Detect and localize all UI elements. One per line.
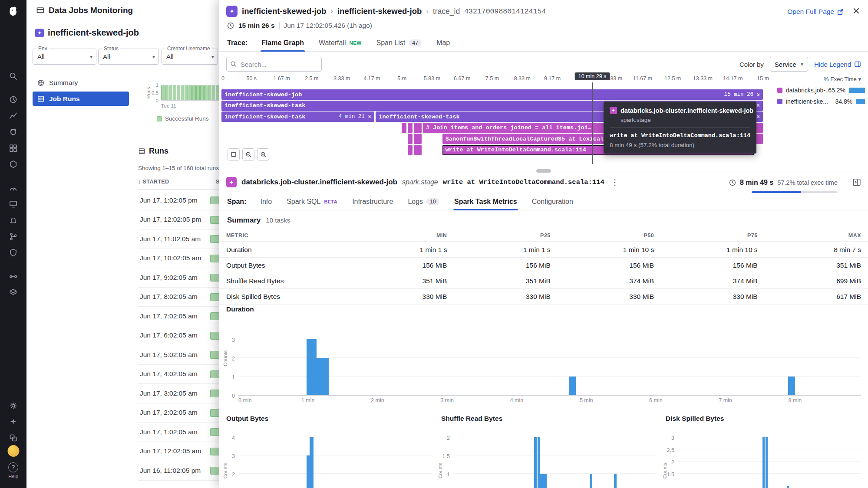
column-header[interactable]: P25 — [447, 233, 550, 239]
zoom-reset-button[interactable] — [228, 148, 240, 160]
x-axis-tick: 4 min — [510, 397, 524, 403]
metrics-icon[interactable] — [6, 108, 21, 123]
hide-legend-button[interactable]: Hide Legend — [814, 61, 861, 68]
column-header[interactable]: MIN — [343, 233, 447, 239]
column-header[interactable]: P50 — [551, 233, 654, 239]
histogram-bar[interactable] — [534, 437, 537, 488]
service-management-icon[interactable] — [6, 213, 21, 227]
dashboards-icon[interactable] — [6, 141, 21, 155]
flame-span[interactable] — [408, 123, 413, 133]
run-started: Jun 17, 5:02:05 am — [138, 351, 198, 359]
copilot-icon[interactable] — [6, 414, 21, 429]
recent-activity-icon[interactable] — [6, 92, 21, 107]
watchdog-icon[interactable] — [6, 124, 21, 139]
metric-value: 156 MiB — [343, 262, 447, 269]
external-link-icon — [837, 9, 844, 15]
gridline — [453, 437, 655, 437]
legend-panel-icon — [854, 61, 861, 68]
tab-span-list[interactable]: Span List47 — [376, 36, 423, 51]
metric-value: 330 MiB — [654, 293, 757, 301]
resize-handle[interactable] — [536, 169, 551, 173]
job-nav: Summary Job Runs — [33, 75, 129, 108]
env-filter[interactable]: Env All ▾ — [33, 49, 96, 65]
histogram-bar[interactable] — [787, 486, 789, 488]
run-started: Jun 17, 10:02:05 am — [138, 254, 201, 262]
breadcrumb-service[interactable]: inefficient-skewed-job — [242, 7, 326, 16]
column-header[interactable]: METRIC — [226, 233, 343, 239]
breadcrumb-resource[interactable]: inefficient-skewed-job — [337, 7, 422, 16]
histogram-bar[interactable] — [762, 437, 765, 488]
apm-icon[interactable] — [6, 180, 21, 195]
datadog-logo[interactable] — [6, 4, 21, 19]
tab-infrastructure[interactable]: Infrastructure — [351, 195, 394, 210]
settings-icon[interactable] — [6, 398, 21, 413]
span-duration-block: 8 min 49 s 57.2% total exec time — [729, 179, 838, 187]
app-header: Data Jobs Monitoring — [36, 6, 133, 15]
software-delivery-icon[interactable] — [6, 229, 21, 244]
exec-time-selector[interactable]: % Exec Time ▾ — [824, 76, 861, 82]
histogram-bar[interactable] — [317, 358, 329, 395]
nav-summary[interactable]: Summary — [33, 75, 129, 90]
organization-icon[interactable] — [6, 430, 21, 445]
zoom-out-button[interactable] — [242, 148, 254, 160]
search-icon[interactable] — [6, 69, 21, 83]
flame-span[interactable]: inefficient-skewed-task4 min 21 s — [221, 111, 374, 122]
close-button[interactable] — [852, 7, 860, 15]
column-header[interactable]: P75 — [654, 233, 757, 239]
flame-span[interactable]: inefficient-skewed-job15 min 26 s — [221, 89, 763, 100]
flame-span[interactable] — [408, 134, 413, 144]
histogram-bar[interactable] — [307, 339, 317, 395]
tab-configuration[interactable]: Configuration — [531, 195, 574, 210]
table-header-row: METRICMINP25P50P75MAX — [219, 229, 868, 242]
flame-span[interactable] — [402, 123, 406, 133]
collapse-panel-button[interactable] — [852, 178, 861, 187]
zoom-in-button[interactable] — [257, 148, 269, 160]
observability-pipelines-icon[interactable] — [6, 269, 21, 284]
metric-value: 156 MiB — [654, 262, 757, 269]
clock-icon — [227, 22, 234, 29]
run-started: Jun 17, 6:02:05 am — [138, 331, 198, 339]
tab-flame-graph[interactable]: Flame Graph — [261, 36, 305, 51]
legend-item[interactable]: databricks.job-...65.2% — [777, 87, 865, 94]
histogram-bar[interactable] — [540, 474, 546, 488]
nav-job-runs[interactable]: Job Runs — [33, 92, 129, 106]
user-avatar[interactable] — [7, 445, 19, 457]
histogram-bar[interactable] — [569, 377, 576, 395]
histogram-bar[interactable] — [788, 377, 795, 395]
search-input[interactable] — [226, 57, 322, 72]
help-button[interactable]: ? Help — [0, 462, 26, 479]
mini-chart-bar — [173, 85, 176, 100]
tab-logs[interactable]: Logs10 — [407, 195, 440, 210]
tab-info[interactable]: Info — [259, 195, 273, 210]
open-full-page-link[interactable]: Open Full Page — [787, 8, 844, 16]
histogram-bar[interactable] — [766, 437, 768, 488]
histogram-bar[interactable] — [310, 437, 314, 488]
tab-map[interactable]: Map — [436, 36, 451, 51]
hover-time-marker: 10 min 29 s — [575, 72, 610, 80]
tab-waterfall[interactable]: WaterfallNEW — [318, 36, 363, 51]
mini-chart-bar — [200, 85, 204, 100]
y-axis-tick: 1.5 — [442, 453, 450, 459]
histogram-bar[interactable] — [614, 474, 617, 488]
column-header[interactable]: MAX — [758, 233, 861, 239]
infrastructure-icon[interactable] — [6, 157, 21, 171]
flame-span[interactable] — [414, 145, 422, 155]
histogram-bar[interactable] — [307, 455, 310, 488]
digital-experience-icon[interactable] — [6, 197, 21, 211]
color-by-select[interactable]: Service ▾ — [770, 57, 808, 72]
chevron-right-icon: › — [330, 7, 333, 16]
span-service[interactable]: databricks.job-cluster.inefficient-skewe… — [241, 178, 397, 187]
tab-spark-task-metrics[interactable]: Spark Task Metrics — [453, 195, 518, 210]
status-filter[interactable]: Status All ▾ — [98, 49, 159, 65]
flame-span[interactable] — [414, 134, 422, 144]
creator-username-filter[interactable]: Creator Username All ▾ — [162, 49, 218, 65]
more-options-icon[interactable]: ⋮ — [609, 177, 621, 187]
integrations-icon[interactable] — [6, 285, 21, 300]
flame-span[interactable] — [408, 145, 413, 155]
x-axis-tick: 7 min — [719, 397, 732, 403]
security-icon[interactable] — [6, 245, 21, 260]
flame-span[interactable] — [414, 123, 422, 133]
tab-spark-sql[interactable]: Spark SQLBETA — [286, 195, 338, 210]
legend-item[interactable]: inefficient-ske...34.8% — [777, 98, 865, 105]
histogram-bar[interactable] — [590, 474, 592, 488]
